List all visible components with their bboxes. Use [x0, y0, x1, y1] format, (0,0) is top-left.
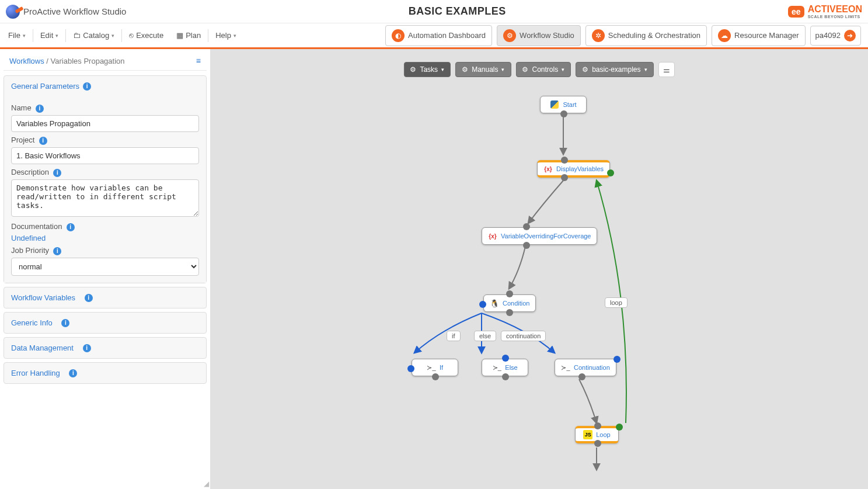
- brand: ProActive Workflow Studio: [6, 5, 126, 19]
- resize-handle-icon[interactable]: ◢: [204, 480, 209, 488]
- workflow-icon: ⚙: [503, 29, 516, 42]
- palette-tasks[interactable]: ⚙Tasks▾: [403, 62, 451, 77]
- info-icon[interactable]: i: [69, 369, 77, 377]
- info-icon[interactable]: i: [85, 294, 93, 302]
- menu-catalog[interactable]: 🗀Catalog▾: [67, 27, 120, 43]
- dashboard-icon: ◐: [392, 29, 405, 42]
- panel-header-data-management[interactable]: Data Management i: [4, 338, 206, 358]
- bash-icon: ≻_: [427, 363, 436, 372]
- info-icon[interactable]: i: [39, 137, 47, 145]
- panel-header-generic-info[interactable]: Generic Info i: [4, 313, 206, 333]
- vendor-tagline: SCALE BEYOND LIMITS: [808, 15, 862, 19]
- menu-help[interactable]: Help▾: [210, 27, 242, 43]
- logout-icon: ➜: [844, 30, 856, 41]
- vendor-logo: ee ACTIVEEON SCALE BEYOND LIMITS: [788, 4, 862, 19]
- label-name: Name i: [11, 103, 199, 113]
- label-description: Description i: [11, 168, 199, 177]
- info-icon[interactable]: i: [53, 247, 61, 255]
- chevron-down-icon: ▾: [111, 33, 114, 39]
- chevron-down-icon: ▾: [233, 33, 236, 39]
- chevron-down-icon: ▾: [644, 67, 647, 72]
- label-project: Project i: [11, 136, 199, 145]
- javascript-icon: JS: [583, 430, 592, 439]
- breadcrumb: Workflows / Variables Propagation ≡: [4, 51, 207, 71]
- list-view-icon[interactable]: ≡: [196, 56, 201, 65]
- workflow-canvas[interactable]: ⚙Tasks▾ ⚙Manuals▾ ⚙Controls▾ ⚙basic-exam…: [210, 49, 868, 489]
- menu-file[interactable]: File▾: [2, 27, 32, 43]
- chevron-down-icon: ▾: [562, 67, 564, 72]
- panel-data-management: Data Management i: [4, 337, 207, 359]
- app-name: ProActive Workflow Studio: [23, 6, 126, 16]
- node-else[interactable]: ≻_Else: [482, 359, 528, 376]
- nav-scheduling[interactable]: ✲Scheduling & Orchestration: [585, 25, 707, 46]
- scheduling-icon: ✲: [592, 29, 605, 42]
- bash-icon: ≻_: [561, 363, 570, 372]
- gear-icon: ⚙: [462, 65, 468, 74]
- nav-resource-manager[interactable]: ☁Resource Manager: [712, 25, 806, 46]
- user-name: pa4092: [815, 31, 841, 40]
- info-icon[interactable]: i: [83, 344, 91, 352]
- panel-header-general[interactable]: General Parametersi: [4, 76, 206, 96]
- label-documentation: Documentation i: [11, 222, 199, 231]
- breadcrumb-root[interactable]: Workflows: [9, 57, 44, 65]
- label-priority: Job Priority i: [11, 246, 199, 255]
- nav-workflow-studio[interactable]: ⚙Workflow Studio: [497, 25, 581, 46]
- info-icon[interactable]: i: [36, 105, 44, 113]
- vendor-logo-icon: ee: [788, 6, 804, 18]
- variable-icon: {x}: [543, 164, 553, 174]
- gear-icon: ⚙: [410, 65, 416, 74]
- branch-label-else: else: [474, 331, 496, 341]
- node-variable-overriding[interactable]: {x}VariableOverridingForCoverage: [482, 227, 597, 245]
- panel-workflow-variables: Workflow Variables i: [4, 287, 207, 308]
- topbar: ProActive Workflow Studio BASIC EXAMPLES…: [0, 0, 868, 23]
- priority-select[interactable]: normal: [11, 258, 199, 276]
- node-condition[interactable]: Condition: [483, 294, 536, 312]
- panel-generic-info: Generic Info i: [4, 312, 207, 334]
- calendar-icon: ▦: [176, 31, 183, 40]
- gear-icon: ⚙: [582, 65, 588, 74]
- palette-controls[interactable]: ⚙Controls▾: [515, 62, 571, 77]
- node-start[interactable]: Start: [540, 96, 587, 113]
- folder-icon: 🗀: [73, 31, 81, 40]
- chevron-down-icon: ▾: [23, 33, 26, 39]
- info-icon[interactable]: i: [53, 169, 61, 177]
- menu-edit[interactable]: Edit▾: [34, 27, 64, 43]
- sliders-icon: ⚌: [663, 65, 670, 74]
- name-input[interactable]: [11, 115, 199, 132]
- panel-header-error-handling[interactable]: Error Handling i: [4, 363, 206, 383]
- info-icon[interactable]: i: [67, 223, 75, 231]
- documentation-link[interactable]: Undefined: [11, 234, 199, 242]
- breadcrumb-current: Variables Propagation: [51, 57, 125, 65]
- node-loop[interactable]: JSLoop: [575, 426, 619, 443]
- branch-label-loop: loop: [605, 297, 628, 308]
- palette: ⚙Tasks▾ ⚙Manuals▾ ⚙Controls▾ ⚙basic-exam…: [403, 62, 674, 77]
- node-display-variables[interactable]: {x}DisplayVariables: [537, 160, 610, 178]
- menu-plan[interactable]: ▦Plan: [170, 27, 207, 43]
- palette-settings-button[interactable]: ⚌: [658, 62, 675, 77]
- bash-icon: ≻_: [492, 363, 501, 372]
- chevron-down-icon: ▾: [55, 33, 58, 39]
- panel-general-parameters: General Parametersi Name i Project i Des…: [4, 75, 207, 283]
- user-menu[interactable]: pa4092➜: [810, 26, 861, 46]
- palette-manuals[interactable]: ⚙Manuals▾: [455, 62, 511, 77]
- branch-label-continuation: continuation: [501, 331, 546, 341]
- vendor-name: ACTIVEEON: [808, 4, 862, 14]
- node-if[interactable]: ≻_If: [412, 359, 458, 376]
- panel-error-handling: Error Handling i: [4, 362, 207, 384]
- page-title: BASIC EXAMPLES: [126, 5, 788, 18]
- variable-icon: {x}: [488, 231, 497, 241]
- info-icon[interactable]: i: [61, 319, 69, 327]
- menu-execute[interactable]: ⎋Execute: [123, 27, 169, 43]
- panel-header-workflow-variables[interactable]: Workflow Variables i: [4, 287, 206, 308]
- nav-automation-dashboard[interactable]: ◐Automation Dashboard: [385, 25, 492, 46]
- description-input[interactable]: [11, 179, 199, 217]
- palette-basic-examples[interactable]: ⚙basic-examples▾: [576, 62, 653, 77]
- cloud-icon: ☁: [718, 29, 731, 42]
- execute-icon: ⎋: [129, 31, 134, 40]
- project-input[interactable]: [11, 147, 199, 164]
- sidebar: Workflows / Variables Propagation ≡ Gene…: [0, 49, 210, 489]
- branch-label-if: if: [447, 331, 461, 341]
- node-continuation[interactable]: ≻_Continuation: [555, 359, 616, 376]
- chevron-down-icon: ▾: [441, 67, 444, 72]
- info-icon[interactable]: i: [83, 82, 91, 91]
